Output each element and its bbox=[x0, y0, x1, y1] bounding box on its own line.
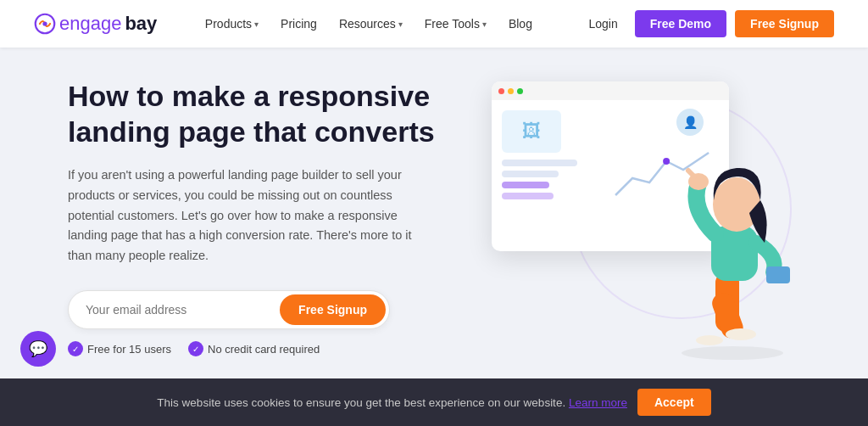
browser-dot-green bbox=[517, 88, 523, 94]
line-decoration bbox=[502, 160, 577, 166]
image-placeholder: 🖼 bbox=[502, 110, 561, 153]
nav-item-products[interactable]: Products ▾ bbox=[197, 12, 267, 36]
nav-item-resources[interactable]: Resources ▾ bbox=[331, 12, 411, 36]
navbar: engagebay Products ▾ Pricing Resources ▾… bbox=[0, 0, 868, 48]
email-input[interactable] bbox=[86, 303, 280, 317]
chevron-down-icon: ▾ bbox=[254, 20, 259, 29]
nav-actions: Login Free Demo Free Signup bbox=[580, 10, 834, 37]
nav-links: Products ▾ Pricing Resources ▾ Free Tool… bbox=[197, 12, 541, 36]
check-icon: ✓ bbox=[188, 341, 203, 356]
nav-link-resources[interactable]: Resources ▾ bbox=[331, 12, 411, 36]
check-icon: ✓ bbox=[68, 341, 83, 356]
svg-point-6 bbox=[726, 328, 756, 340]
logo[interactable]: engagebay bbox=[34, 13, 157, 35]
hero-content: How to make a responsive landing page th… bbox=[68, 78, 475, 357]
chevron-down-icon: ▾ bbox=[398, 20, 403, 29]
hero-badges: ✓ Free for 15 users ✓ No credit card req… bbox=[68, 341, 475, 356]
browser-left-panel: 🖼 bbox=[502, 110, 597, 204]
login-button[interactable]: Login bbox=[580, 12, 626, 36]
hero-section: How to make a responsive landing page th… bbox=[0, 48, 868, 378]
cookie-message: This website uses cookies to ensure you … bbox=[157, 396, 627, 409]
hero-signup-button[interactable]: Free Signup bbox=[280, 294, 386, 325]
browser-dot-red bbox=[498, 88, 504, 94]
hero-title: How to make a responsive landing page th… bbox=[68, 78, 475, 150]
svg-rect-9 bbox=[766, 266, 790, 283]
badge-free-users: ✓ Free for 15 users bbox=[68, 341, 171, 356]
line-decoration-accent bbox=[502, 182, 549, 188]
svg-point-7 bbox=[696, 335, 723, 345]
nav-item-free-tools[interactable]: Free Tools ▾ bbox=[416, 12, 495, 36]
svg-line-12 bbox=[688, 171, 694, 177]
free-demo-button[interactable]: Free Demo bbox=[635, 10, 726, 37]
free-signup-nav-button[interactable]: Free Signup bbox=[735, 10, 834, 37]
line-decoration bbox=[502, 171, 559, 177]
chevron-down-icon: ▾ bbox=[482, 20, 487, 29]
logo-text-bay: bay bbox=[125, 13, 157, 35]
cookie-banner: This website uses cookies to ensure you … bbox=[0, 378, 868, 426]
hero-description: If you aren't using a powerful landing p… bbox=[68, 165, 424, 267]
nav-item-pricing[interactable]: Pricing bbox=[272, 12, 326, 36]
svg-point-1 bbox=[42, 21, 47, 25]
logo-text-engage: engage bbox=[59, 13, 121, 35]
nav-link-products[interactable]: Products ▾ bbox=[197, 12, 267, 36]
nav-link-blog[interactable]: Blog bbox=[500, 12, 541, 36]
hero-illustration: 🖼 👤 bbox=[475, 73, 817, 362]
person-illustration bbox=[648, 124, 817, 362]
chat-bubble-button[interactable]: 💬 bbox=[20, 331, 56, 367]
line-decoration-accent bbox=[502, 193, 554, 199]
image-icon: 🖼 bbox=[522, 121, 541, 143]
nav-item-blog[interactable]: Blog bbox=[500, 12, 541, 36]
svg-point-3 bbox=[682, 346, 783, 360]
nav-link-pricing[interactable]: Pricing bbox=[272, 12, 326, 36]
browser-dot-yellow bbox=[508, 88, 514, 94]
accept-cookies-button[interactable]: Accept bbox=[637, 389, 711, 416]
chat-icon: 💬 bbox=[29, 339, 47, 358]
signup-form: Free Signup bbox=[68, 290, 390, 329]
nav-link-free-tools[interactable]: Free Tools ▾ bbox=[416, 12, 495, 36]
badge-no-credit: ✓ No credit card required bbox=[188, 341, 320, 356]
browser-toolbar bbox=[492, 81, 729, 100]
learn-more-link[interactable]: Learn more bbox=[569, 396, 627, 409]
